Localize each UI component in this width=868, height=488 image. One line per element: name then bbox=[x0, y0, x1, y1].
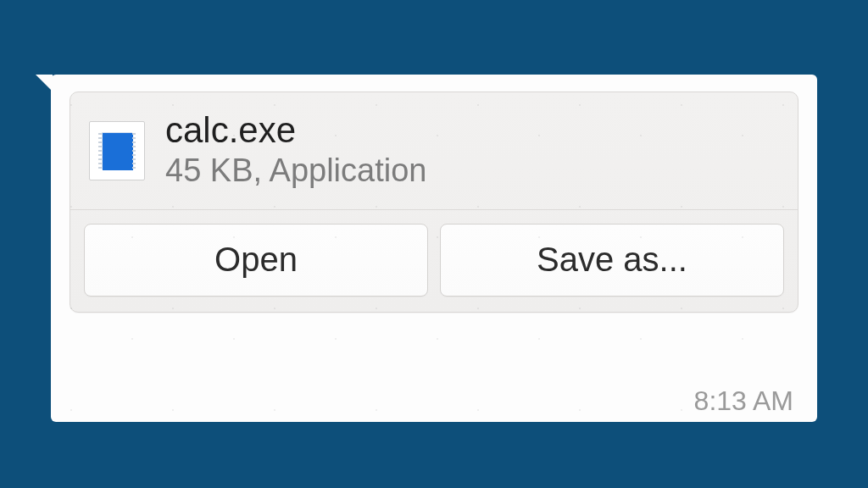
open-button[interactable]: Open bbox=[84, 224, 428, 297]
file-meta: 45 KB, Application bbox=[165, 152, 426, 191]
bubble-tail bbox=[36, 75, 53, 92]
file-name: calc.exe bbox=[165, 111, 426, 150]
file-info-row: calc.exe 45 KB, Application bbox=[70, 92, 798, 210]
action-button-row: Open Save as... bbox=[70, 210, 798, 312]
file-text-block: calc.exe 45 KB, Application bbox=[165, 111, 426, 191]
chat-message: calc.exe 45 KB, Application Open Save as… bbox=[51, 75, 817, 422]
save-as-button[interactable]: Save as... bbox=[440, 224, 784, 297]
application-file-icon bbox=[89, 121, 145, 180]
chat-bubble: calc.exe 45 KB, Application Open Save as… bbox=[51, 75, 817, 422]
message-timestamp: 8:13 AM bbox=[694, 385, 793, 417]
file-attachment-card: calc.exe 45 KB, Application Open Save as… bbox=[70, 92, 798, 313]
